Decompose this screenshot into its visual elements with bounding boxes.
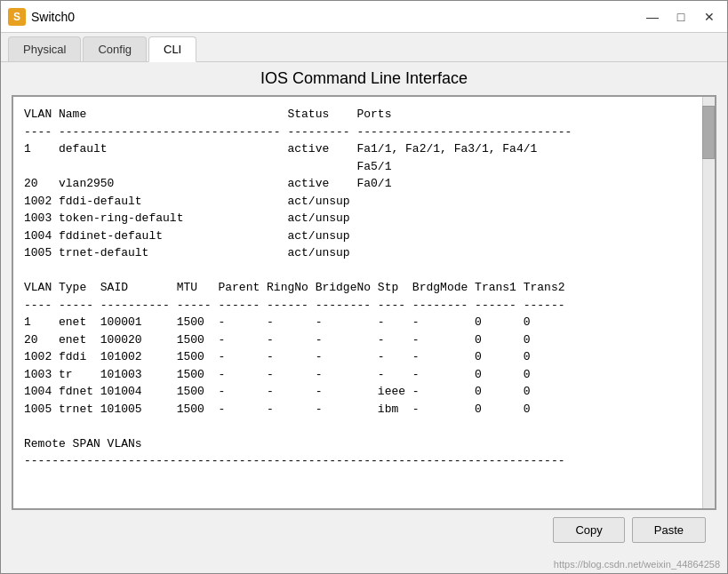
window-title: Switch0 <box>31 10 642 24</box>
watermark: https://blog.csdn.net/weixin_44864258 <box>1 557 727 573</box>
tab-physical[interactable]: Physical <box>8 36 81 61</box>
restore-button[interactable]: □ <box>670 6 692 28</box>
tab-bar: Physical Config CLI <box>1 33 727 62</box>
content-area: IOS Command Line Interface VLAN Name Sta… <box>1 62 727 557</box>
terminal[interactable]: VLAN Name Status Ports ---- ------------… <box>13 97 715 508</box>
window-controls: — □ ✕ <box>642 6 720 28</box>
tab-cli[interactable]: CLI <box>148 36 196 62</box>
app-icon: S <box>8 8 26 26</box>
scrollbar-thumb[interactable] <box>702 106 715 159</box>
terminal-wrapper: VLAN Name Status Ports ---- ------------… <box>12 95 716 510</box>
terminal-output: VLAN Name Status Ports ---- ------------… <box>24 106 704 470</box>
copy-button[interactable]: Copy <box>553 517 624 543</box>
page-title: IOS Command Line Interface <box>12 69 716 88</box>
tab-config[interactable]: Config <box>83 36 147 61</box>
scrollbar-track[interactable] <box>702 97 715 508</box>
minimize-button[interactable]: — <box>642 6 663 28</box>
bottom-bar: Copy Paste <box>12 510 716 550</box>
title-bar: S Switch0 — □ ✕ <box>1 1 727 33</box>
main-window: S Switch0 — □ ✕ Physical Config CLI IOS … <box>0 0 728 574</box>
close-button[interactable]: ✕ <box>699 6 720 28</box>
paste-button[interactable]: Paste <box>632 517 706 543</box>
